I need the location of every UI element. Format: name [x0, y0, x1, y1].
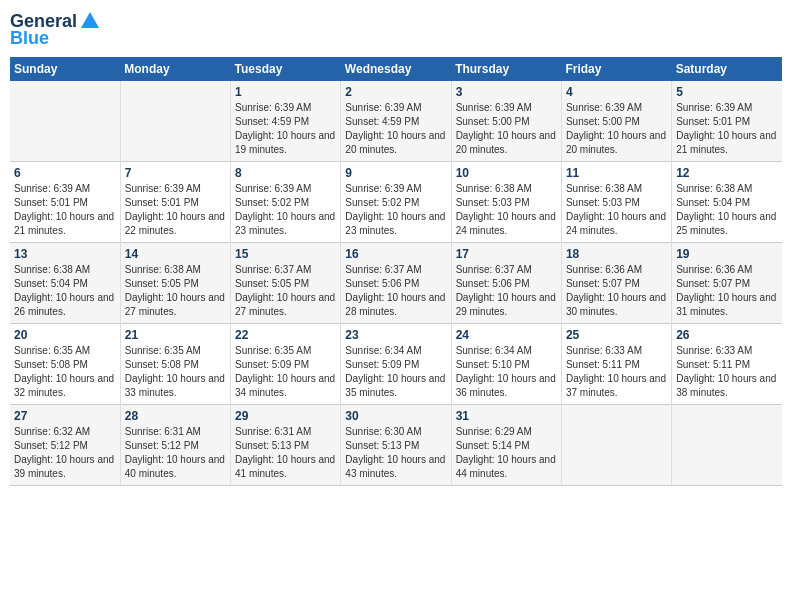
- day-cell: [561, 405, 671, 486]
- week-row-4: 20Sunrise: 6:35 AM Sunset: 5:08 PM Dayli…: [10, 324, 782, 405]
- page-header: General Blue: [10, 10, 782, 49]
- day-cell: 10Sunrise: 6:38 AM Sunset: 5:03 PM Dayli…: [451, 162, 561, 243]
- day-info: Sunrise: 6:32 AM Sunset: 5:12 PM Dayligh…: [14, 425, 116, 481]
- day-number: 11: [566, 166, 667, 180]
- day-cell: 3Sunrise: 6:39 AM Sunset: 5:00 PM Daylig…: [451, 81, 561, 162]
- day-number: 31: [456, 409, 557, 423]
- day-cell: 24Sunrise: 6:34 AM Sunset: 5:10 PM Dayli…: [451, 324, 561, 405]
- week-row-2: 6Sunrise: 6:39 AM Sunset: 5:01 PM Daylig…: [10, 162, 782, 243]
- calendar-table: SundayMondayTuesdayWednesdayThursdayFrid…: [10, 57, 782, 486]
- day-cell: 8Sunrise: 6:39 AM Sunset: 5:02 PM Daylig…: [231, 162, 341, 243]
- day-cell: 7Sunrise: 6:39 AM Sunset: 5:01 PM Daylig…: [120, 162, 230, 243]
- day-number: 1: [235, 85, 336, 99]
- day-number: 13: [14, 247, 116, 261]
- day-info: Sunrise: 6:39 AM Sunset: 4:59 PM Dayligh…: [345, 101, 446, 157]
- day-number: 7: [125, 166, 226, 180]
- day-cell: 30Sunrise: 6:30 AM Sunset: 5:13 PM Dayli…: [341, 405, 451, 486]
- day-cell: 29Sunrise: 6:31 AM Sunset: 5:13 PM Dayli…: [231, 405, 341, 486]
- day-info: Sunrise: 6:34 AM Sunset: 5:10 PM Dayligh…: [456, 344, 557, 400]
- day-number: 6: [14, 166, 116, 180]
- column-header-sunday: Sunday: [10, 57, 120, 81]
- week-row-3: 13Sunrise: 6:38 AM Sunset: 5:04 PM Dayli…: [10, 243, 782, 324]
- logo-blue: Blue: [10, 28, 49, 49]
- day-number: 12: [676, 166, 778, 180]
- day-number: 5: [676, 85, 778, 99]
- day-cell: 9Sunrise: 6:39 AM Sunset: 5:02 PM Daylig…: [341, 162, 451, 243]
- day-cell: 20Sunrise: 6:35 AM Sunset: 5:08 PM Dayli…: [10, 324, 120, 405]
- day-number: 29: [235, 409, 336, 423]
- day-info: Sunrise: 6:35 AM Sunset: 5:09 PM Dayligh…: [235, 344, 336, 400]
- day-number: 23: [345, 328, 446, 342]
- day-info: Sunrise: 6:39 AM Sunset: 5:01 PM Dayligh…: [125, 182, 226, 238]
- day-number: 19: [676, 247, 778, 261]
- day-number: 18: [566, 247, 667, 261]
- day-info: Sunrise: 6:35 AM Sunset: 5:08 PM Dayligh…: [125, 344, 226, 400]
- day-number: 15: [235, 247, 336, 261]
- day-number: 26: [676, 328, 778, 342]
- day-info: Sunrise: 6:36 AM Sunset: 5:07 PM Dayligh…: [676, 263, 778, 319]
- day-cell: 25Sunrise: 6:33 AM Sunset: 5:11 PM Dayli…: [561, 324, 671, 405]
- day-info: Sunrise: 6:38 AM Sunset: 5:03 PM Dayligh…: [456, 182, 557, 238]
- day-number: 8: [235, 166, 336, 180]
- day-cell: 2Sunrise: 6:39 AM Sunset: 4:59 PM Daylig…: [341, 81, 451, 162]
- logo: General Blue: [10, 10, 101, 49]
- day-number: 10: [456, 166, 557, 180]
- day-cell: 21Sunrise: 6:35 AM Sunset: 5:08 PM Dayli…: [120, 324, 230, 405]
- logo-icon: [79, 10, 101, 32]
- day-info: Sunrise: 6:39 AM Sunset: 5:02 PM Dayligh…: [345, 182, 446, 238]
- day-info: Sunrise: 6:33 AM Sunset: 5:11 PM Dayligh…: [676, 344, 778, 400]
- day-info: Sunrise: 6:37 AM Sunset: 5:06 PM Dayligh…: [345, 263, 446, 319]
- calendar-body: 1Sunrise: 6:39 AM Sunset: 4:59 PM Daylig…: [10, 81, 782, 486]
- day-cell: 23Sunrise: 6:34 AM Sunset: 5:09 PM Dayli…: [341, 324, 451, 405]
- day-info: Sunrise: 6:38 AM Sunset: 5:03 PM Dayligh…: [566, 182, 667, 238]
- day-info: Sunrise: 6:39 AM Sunset: 4:59 PM Dayligh…: [235, 101, 336, 157]
- day-info: Sunrise: 6:38 AM Sunset: 5:05 PM Dayligh…: [125, 263, 226, 319]
- day-info: Sunrise: 6:29 AM Sunset: 5:14 PM Dayligh…: [456, 425, 557, 481]
- column-header-friday: Friday: [561, 57, 671, 81]
- day-cell: 14Sunrise: 6:38 AM Sunset: 5:05 PM Dayli…: [120, 243, 230, 324]
- day-cell: 6Sunrise: 6:39 AM Sunset: 5:01 PM Daylig…: [10, 162, 120, 243]
- day-number: 22: [235, 328, 336, 342]
- day-info: Sunrise: 6:34 AM Sunset: 5:09 PM Dayligh…: [345, 344, 446, 400]
- day-number: 3: [456, 85, 557, 99]
- week-row-1: 1Sunrise: 6:39 AM Sunset: 4:59 PM Daylig…: [10, 81, 782, 162]
- day-number: 30: [345, 409, 446, 423]
- day-cell: 18Sunrise: 6:36 AM Sunset: 5:07 PM Dayli…: [561, 243, 671, 324]
- day-number: 20: [14, 328, 116, 342]
- day-cell: 22Sunrise: 6:35 AM Sunset: 5:09 PM Dayli…: [231, 324, 341, 405]
- day-info: Sunrise: 6:33 AM Sunset: 5:11 PM Dayligh…: [566, 344, 667, 400]
- day-info: Sunrise: 6:39 AM Sunset: 5:00 PM Dayligh…: [456, 101, 557, 157]
- day-info: Sunrise: 6:39 AM Sunset: 5:01 PM Dayligh…: [676, 101, 778, 157]
- day-number: 14: [125, 247, 226, 261]
- day-cell: 1Sunrise: 6:39 AM Sunset: 4:59 PM Daylig…: [231, 81, 341, 162]
- day-info: Sunrise: 6:38 AM Sunset: 5:04 PM Dayligh…: [14, 263, 116, 319]
- day-number: 28: [125, 409, 226, 423]
- day-number: 25: [566, 328, 667, 342]
- day-cell: [672, 405, 782, 486]
- svg-marker-0: [81, 12, 99, 28]
- day-info: Sunrise: 6:31 AM Sunset: 5:12 PM Dayligh…: [125, 425, 226, 481]
- day-info: Sunrise: 6:38 AM Sunset: 5:04 PM Dayligh…: [676, 182, 778, 238]
- day-cell: 26Sunrise: 6:33 AM Sunset: 5:11 PM Dayli…: [672, 324, 782, 405]
- day-number: 16: [345, 247, 446, 261]
- day-cell: 11Sunrise: 6:38 AM Sunset: 5:03 PM Dayli…: [561, 162, 671, 243]
- day-number: 17: [456, 247, 557, 261]
- day-number: 27: [14, 409, 116, 423]
- calendar-header: SundayMondayTuesdayWednesdayThursdayFrid…: [10, 57, 782, 81]
- day-cell: [120, 81, 230, 162]
- day-cell: 27Sunrise: 6:32 AM Sunset: 5:12 PM Dayli…: [10, 405, 120, 486]
- day-cell: 17Sunrise: 6:37 AM Sunset: 5:06 PM Dayli…: [451, 243, 561, 324]
- column-header-saturday: Saturday: [672, 57, 782, 81]
- day-info: Sunrise: 6:37 AM Sunset: 5:05 PM Dayligh…: [235, 263, 336, 319]
- day-info: Sunrise: 6:35 AM Sunset: 5:08 PM Dayligh…: [14, 344, 116, 400]
- column-header-monday: Monday: [120, 57, 230, 81]
- column-header-tuesday: Tuesday: [231, 57, 341, 81]
- day-number: 2: [345, 85, 446, 99]
- day-info: Sunrise: 6:31 AM Sunset: 5:13 PM Dayligh…: [235, 425, 336, 481]
- column-header-wednesday: Wednesday: [341, 57, 451, 81]
- day-info: Sunrise: 6:30 AM Sunset: 5:13 PM Dayligh…: [345, 425, 446, 481]
- day-number: 21: [125, 328, 226, 342]
- week-row-5: 27Sunrise: 6:32 AM Sunset: 5:12 PM Dayli…: [10, 405, 782, 486]
- day-cell: 13Sunrise: 6:38 AM Sunset: 5:04 PM Dayli…: [10, 243, 120, 324]
- day-cell: [10, 81, 120, 162]
